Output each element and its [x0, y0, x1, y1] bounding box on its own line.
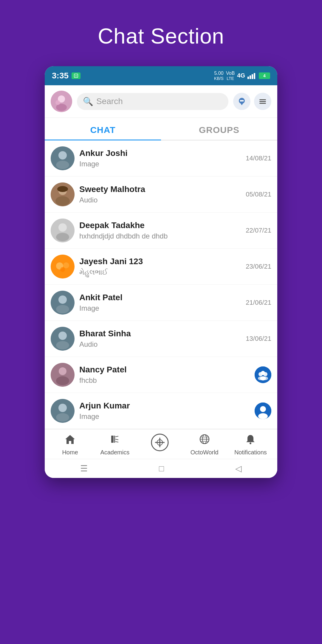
- chat-preview: Audio: [79, 196, 241, 204]
- list-item[interactable]: Ankur Joshi Image 14/08/21: [45, 140, 277, 177]
- svg-point-37: [56, 341, 69, 349]
- list-item[interactable]: Sweety Malhotra Audio 05/08/21: [45, 177, 277, 213]
- chat-info: Arjun Kumar Image: [79, 401, 250, 421]
- svg-rect-5: [254, 73, 255, 79]
- signal-4g: 4G: [237, 72, 245, 79]
- chat-date: 22/07/21: [246, 227, 271, 234]
- network-type: VoB LTE: [226, 70, 235, 81]
- svg-point-49: [58, 404, 67, 412]
- svg-point-39: [59, 367, 66, 375]
- svg-rect-55: [111, 436, 114, 443]
- network-speed: 5.00 KB/S: [214, 70, 224, 81]
- nav-home-label: Home: [62, 449, 78, 456]
- nav-notifications[interactable]: Notifications: [234, 434, 267, 456]
- menu-icon-button[interactable]: [254, 93, 271, 110]
- svg-point-13: [242, 100, 244, 102]
- list-item[interactable]: Nancy Patel fhcbb: [45, 357, 277, 393]
- battery-icon: 4: [259, 72, 270, 79]
- tab-chat[interactable]: CHAT: [45, 118, 161, 140]
- nav-home[interactable]: Home: [55, 434, 85, 456]
- chat-date: 21/06/21: [246, 299, 271, 306]
- svg-point-24: [57, 186, 68, 192]
- chat-info: Sweety Malhotra Audio: [79, 185, 241, 204]
- nav-octoworld-label: OctoWorld: [191, 449, 219, 456]
- chat-meta: 22/07/21: [246, 227, 271, 234]
- person-badge-icon: [255, 402, 271, 419]
- nav-notifications-label: Notifications: [234, 449, 267, 456]
- chat-list: Ankur Joshi Image 14/08/21 Sweety Malhot…: [45, 140, 277, 429]
- search-box[interactable]: 🔍 Search: [77, 93, 228, 110]
- chat-meta: 21/06/21: [246, 299, 271, 306]
- chat-name: Bharat Sinha: [79, 329, 241, 338]
- svg-point-9: [55, 100, 60, 105]
- svg-point-30: [63, 262, 69, 268]
- svg-point-52: [260, 406, 266, 412]
- list-item[interactable]: Bharat Sinha Audio 13/06/21: [45, 321, 277, 357]
- chat-name: Sweety Malhotra: [79, 185, 241, 194]
- chat-preview: Image: [79, 412, 250, 421]
- svg-point-50: [56, 413, 69, 422]
- svg-marker-14: [241, 103, 243, 105]
- chat-preview: hxhdndjdjd dhdbdh de dhdb: [79, 232, 241, 240]
- phone-frame: 3:35 M 5.00 KB/S VoB LTE 4G 4: [45, 66, 277, 478]
- list-item[interactable]: Deepak Tadakhe hxhdndjdjd dhdbdh de dhdb…: [45, 213, 277, 249]
- svg-rect-4: [252, 74, 253, 79]
- chat-info: Jayesh Jani 123 મેહુલભાઈ: [79, 257, 241, 276]
- tab-groups[interactable]: GROUPS: [161, 118, 277, 140]
- svg-rect-2: [247, 77, 249, 79]
- avatar: [51, 255, 75, 278]
- svg-point-23: [55, 196, 70, 206]
- plus-badge-icon: [151, 434, 169, 454]
- chat-meta: 23/06/21: [246, 263, 271, 270]
- chat-name: Ankur Joshi: [79, 148, 241, 158]
- chat-preview: Audio: [79, 340, 241, 349]
- avatar: [51, 363, 75, 387]
- svg-marker-54: [65, 435, 75, 444]
- svg-point-53: [258, 413, 268, 419]
- avatar: [51, 291, 75, 315]
- svg-point-40: [56, 376, 69, 385]
- list-item[interactable]: Arjun Kumar Image: [45, 393, 277, 429]
- android-back-button[interactable]: ◁: [235, 464, 242, 473]
- svg-point-26: [58, 223, 67, 232]
- chat-name: Ankit Patel: [79, 293, 241, 302]
- chat-date: 23/06/21: [246, 263, 271, 270]
- avatar: [51, 182, 75, 206]
- android-menu-button[interactable]: ☰: [80, 464, 88, 473]
- svg-point-33: [58, 295, 67, 304]
- chat-preview: fhcbb: [79, 376, 250, 385]
- header-actions: [233, 93, 271, 110]
- nav-academics-label: Academics: [100, 449, 129, 456]
- list-item[interactable]: Ankit Patel Image 21/06/21: [45, 285, 277, 321]
- page-title: Chat Section: [98, 24, 224, 48]
- header-bar: 🔍 Search: [45, 85, 277, 118]
- signal-bars-icon: [247, 72, 256, 79]
- chat-info: Deepak Tadakhe hxhdndjdjd dhdbdh de dhdb: [79, 221, 241, 240]
- avatar: [51, 219, 75, 242]
- status-time: 3:35: [52, 71, 69, 80]
- nav-plus[interactable]: [145, 434, 175, 456]
- chat-icon-button[interactable]: [233, 93, 250, 110]
- bell-icon: [245, 434, 256, 447]
- chat-date: 14/08/21: [246, 154, 271, 162]
- svg-line-57: [115, 436, 118, 437]
- nav-octoworld[interactable]: OctoWorld: [190, 434, 219, 456]
- svg-point-36: [58, 332, 67, 340]
- list-item[interactable]: Jayesh Jani 123 મેહુલભાઈ 23/06/21: [45, 249, 277, 285]
- chat-info: Nancy Patel fhcbb: [79, 365, 250, 385]
- svg-point-34: [56, 305, 69, 313]
- chat-meta: [255, 366, 271, 383]
- svg-point-44: [261, 371, 265, 375]
- avatar: [51, 327, 75, 351]
- tab-bar: CHAT GROUPS: [45, 118, 277, 140]
- chat-meta: [255, 402, 271, 419]
- chat-date: 13/06/21: [246, 335, 271, 343]
- svg-rect-15: [259, 99, 266, 100]
- avatar[interactable]: [51, 91, 72, 112]
- svg-point-31: [60, 267, 65, 272]
- svg-point-68: [250, 442, 251, 444]
- avatar: [51, 399, 75, 423]
- nav-academics[interactable]: Academics: [100, 434, 130, 456]
- chat-preview: મેહુલભાઈ: [79, 268, 241, 276]
- android-home-button[interactable]: □: [159, 464, 164, 473]
